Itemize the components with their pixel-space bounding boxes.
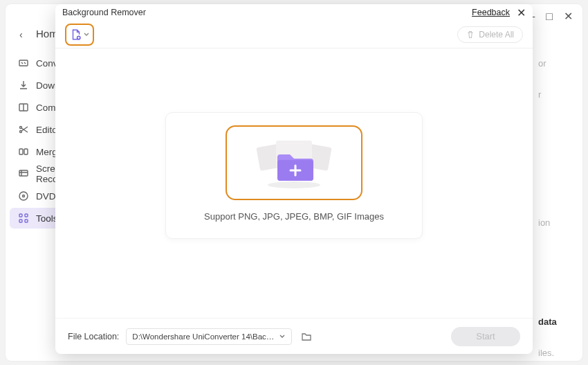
folder-add-icon	[246, 135, 342, 190]
delete-all-label: Delete All	[479, 30, 514, 39]
modal-body: Support PNG, JPG, JPEG, BMP, GIF Images	[55, 48, 533, 318]
screen-icon	[18, 168, 29, 179]
open-folder-button[interactable]	[299, 329, 314, 344]
svg-rect-11	[19, 220, 22, 222]
trash-icon	[466, 30, 475, 39]
sidebar-item-label: Tools	[36, 213, 58, 224]
close-window-button[interactable]: ✕	[564, 11, 573, 22]
svg-point-8	[23, 195, 25, 197]
svg-rect-6	[19, 170, 28, 176]
converter-icon	[18, 57, 29, 69]
merge-icon	[18, 146, 29, 157]
modal-title: Background Remover	[62, 8, 146, 17]
start-button[interactable]: Start	[451, 327, 520, 346]
svg-point-7	[19, 192, 28, 200]
drop-zone[interactable]	[226, 125, 362, 200]
modal-toolbar: Delete All	[55, 21, 533, 48]
chevron-down-icon	[84, 32, 89, 37]
svg-point-2	[20, 127, 22, 129]
svg-rect-12	[25, 220, 28, 222]
compress-icon	[18, 102, 29, 113]
disc-icon	[18, 190, 29, 202]
svg-rect-5	[24, 149, 28, 154]
drop-card: Support PNG, JPG, JPEG, BMP, GIF Images	[165, 112, 423, 239]
back-button[interactable]: ‹	[19, 29, 23, 40]
svg-rect-4	[19, 149, 23, 154]
add-files-button[interactable]	[65, 24, 94, 46]
scissors-icon	[18, 124, 29, 135]
feedback-link[interactable]: Feedback	[472, 8, 510, 17]
modal-header: Background Remover Feedback ✕	[55, 4, 533, 21]
svg-point-18	[268, 181, 320, 188]
add-file-icon	[70, 28, 82, 41]
svg-rect-10	[25, 214, 28, 217]
delete-all-button[interactable]: Delete All	[457, 26, 523, 43]
close-modal-button[interactable]: ✕	[517, 6, 526, 19]
file-location-label: File Location:	[68, 332, 119, 341]
folder-icon	[301, 331, 312, 342]
download-icon	[18, 80, 29, 91]
file-location-value: D:\Wondershare UniConverter 14\Backgroun…	[132, 332, 277, 341]
background-remover-modal: Background Remover Feedback ✕ Delete All	[55, 4, 533, 354]
tools-icon	[18, 213, 29, 224]
modal-footer: File Location: D:\Wondershare UniConvert…	[55, 318, 533, 354]
start-label: Start	[476, 331, 495, 341]
background-partial-text: or r ion data iles.	[538, 58, 580, 365]
svg-rect-0	[19, 60, 28, 66]
chevron-down-icon	[279, 333, 286, 340]
file-location-select[interactable]: D:\Wondershare UniConverter 14\Backgroun…	[126, 328, 292, 345]
support-text: Support PNG, JPG, JPEG, BMP, GIF Images	[180, 211, 408, 222]
svg-point-3	[20, 131, 22, 133]
svg-rect-9	[19, 214, 22, 217]
maximize-button[interactable]: □	[546, 11, 553, 22]
